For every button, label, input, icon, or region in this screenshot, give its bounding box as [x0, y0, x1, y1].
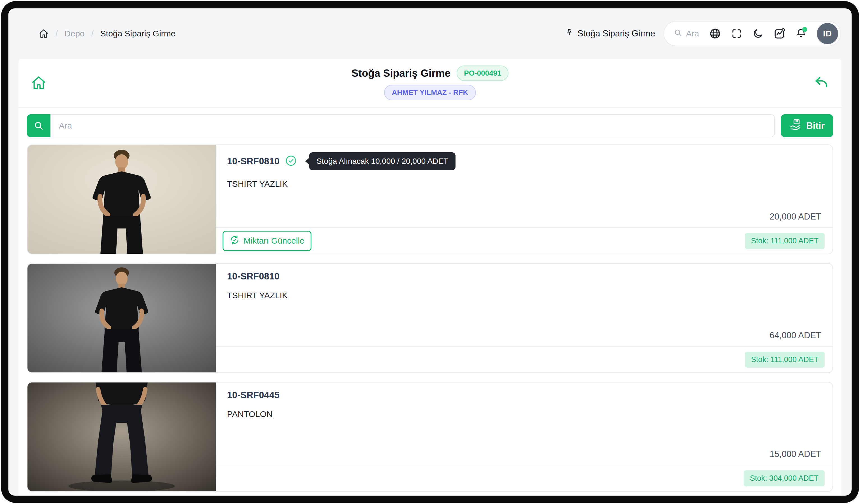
back-button[interactable] — [809, 75, 829, 91]
pin-icon — [565, 28, 574, 39]
product-card: 10-SRF0810 TSHIRT YAZLIK 64,000 ADET Sto… — [27, 263, 833, 373]
user-badge: AHMET YILMAZ - RFK — [384, 85, 476, 100]
topbar: / Depo / Stoğa Sipariş Girme Stoğa Sipar… — [9, 9, 851, 59]
quick-search[interactable]: Ara — [674, 28, 699, 39]
search-row: Bitir — [18, 107, 842, 144]
product-card: 10-SRF0445 PANTOLON 15,000 ADET Stok: 30… — [27, 382, 833, 492]
breadcrumb-item-depo[interactable]: Depo — [64, 29, 85, 38]
app-screen: / Depo / Stoğa Sipariş Girme Stoğa Sipar… — [9, 9, 851, 495]
home-icon[interactable] — [39, 29, 49, 39]
topbar-actions: Stoğa Sipariş Girme Ara — [565, 21, 841, 46]
hand-box-icon — [789, 118, 802, 133]
breadcrumb-separator: / — [91, 29, 94, 38]
product-name: TSHIRT YAZLIK — [227, 291, 821, 300]
notification-dot — [802, 27, 807, 32]
search-input[interactable] — [51, 114, 775, 137]
product-name: TSHIRT YAZLIK — [227, 179, 821, 189]
bell-icon[interactable] — [796, 28, 807, 39]
product-card-body: 10-SRF0445 PANTOLON 15,000 ADET Stok: 30… — [216, 383, 833, 491]
product-photo — [27, 264, 216, 372]
panel-title-block: Stoğa Sipariş Girme PO-000491 AHMET YILM… — [51, 65, 809, 100]
breadcrumb-item-current: Stoğa Sipariş Girme — [100, 29, 175, 38]
product-card-body: 10-SRF0810 TSHIRT YAZLIK 64,000 ADET Sto… — [216, 264, 833, 372]
finish-button-label: Bitir — [806, 120, 825, 131]
product-quantity: 15,000 ADET — [227, 449, 821, 459]
product-card-body: 10-SRF0810 Stoğa Alınacak 10,000 / 20,00… — [216, 145, 833, 254]
moon-icon[interactable] — [752, 28, 763, 39]
avatar[interactable]: ID — [817, 23, 838, 44]
product-photo — [27, 145, 216, 254]
update-quantity-label: Miktarı Güncelle — [244, 236, 304, 246]
device-frame: / Depo / Stoğa Sipariş Girme Stoğa Sipar… — [1, 1, 859, 503]
stock-badge: Stok: 111,000 ADET — [745, 352, 825, 368]
home-button[interactable] — [31, 75, 51, 91]
product-code: 10-SRF0810 — [227, 156, 280, 167]
page-title: Stoğa Sipariş Girme — [352, 68, 451, 79]
panel-header: Stoğa Sipariş Girme PO-000491 AHMET YILM… — [18, 59, 842, 107]
globe-icon[interactable] — [709, 28, 721, 40]
product-card-footer: Miktarı Güncelle Stok: 111,000 ADET — [216, 227, 833, 254]
product-quantity: 20,000 ADET — [227, 212, 821, 222]
breadcrumb-separator: / — [56, 29, 58, 38]
product-name: PANTOLON — [227, 409, 821, 419]
stock-badge: Stok: 304,000 ADET — [744, 470, 825, 486]
search-button[interactable] — [27, 114, 51, 137]
quick-search-label: Ara — [686, 29, 699, 38]
topbar-pill: Ara — [663, 21, 841, 46]
main-panel: Stoğa Sipariş Girme PO-000491 AHMET YILM… — [18, 59, 842, 495]
check-circle-icon — [285, 155, 297, 168]
sync-check-icon — [230, 235, 240, 247]
product-card-footer: Stok: 304,000 ADET — [216, 465, 833, 491]
finish-button[interactable]: Bitir — [781, 114, 833, 137]
stock-tooltip: Stoğa Alınacak 10,000 / 20,000 ADET — [309, 152, 456, 170]
product-photo — [27, 383, 216, 491]
activity-icon[interactable] — [774, 28, 786, 40]
search-icon — [674, 28, 683, 39]
product-card: 10-SRF0810 Stoğa Alınacak 10,000 / 20,00… — [27, 145, 833, 254]
product-code: 10-SRF0810 — [227, 271, 280, 282]
search-group — [27, 114, 775, 137]
breadcrumb: / Depo / Stoğa Sipariş Girme — [39, 29, 175, 39]
product-quantity: 64,000 ADET — [227, 330, 821, 340]
product-card-footer: Stok: 111,000 ADET — [216, 346, 833, 372]
pinned-page-tab[interactable]: Stoğa Sipariş Girme — [565, 28, 655, 39]
fullscreen-icon[interactable] — [731, 28, 742, 39]
order-number-badge: PO-000491 — [457, 65, 508, 81]
pinned-page-label: Stoğa Sipariş Girme — [577, 29, 655, 39]
product-list: 10-SRF0810 Stoğa Alınacak 10,000 / 20,00… — [18, 144, 842, 495]
update-quantity-button[interactable]: Miktarı Güncelle — [223, 231, 312, 251]
stock-badge: Stok: 111,000 ADET — [745, 233, 825, 249]
product-code: 10-SRF0445 — [227, 390, 280, 400]
